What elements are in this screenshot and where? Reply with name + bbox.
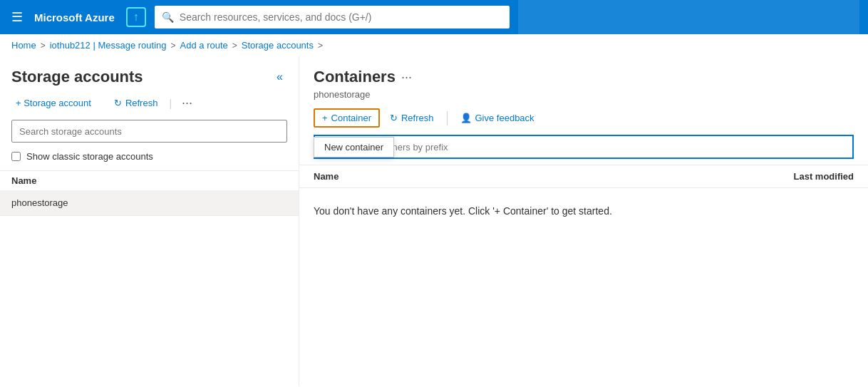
add-storage-account-button[interactable]: + Storage account xyxy=(11,95,95,111)
storage-account-item[interactable]: phonestorage xyxy=(0,190,299,216)
right-panel-title: Containers xyxy=(314,68,396,86)
toolbar-separator-2: | xyxy=(169,98,172,109)
refresh-containers-label: Refresh xyxy=(401,113,434,123)
global-search-input[interactable] xyxy=(180,11,503,23)
empty-containers-message: You don't have any containers yet. Click… xyxy=(299,188,868,234)
search-icon: 🔍 xyxy=(162,11,174,23)
give-feedback-button[interactable]: 👤 Give feedback xyxy=(456,110,539,126)
col-name-header: Name xyxy=(314,171,711,182)
col-modified-header: Last modified xyxy=(711,171,854,182)
global-search-bar: 🔍 xyxy=(155,6,510,29)
breadcrumb-sep-2: > xyxy=(171,41,176,51)
refresh-containers-button[interactable]: ↻ Refresh xyxy=(386,110,438,126)
top-navigation: ☰ Microsoft Azure ↑ 🔍 xyxy=(0,0,868,34)
right-panel: Containers ··· phonestorage + Container … xyxy=(299,56,868,386)
refresh-icon: ↻ xyxy=(114,98,122,108)
add-container-icon: + xyxy=(322,113,328,123)
left-panel: Storage accounts « + Storage account ↻ R… xyxy=(0,56,299,386)
add-container-button[interactable]: + Container xyxy=(314,108,380,128)
breadcrumb-sep-1: > xyxy=(41,41,46,51)
new-container-tooltip: New container xyxy=(314,137,394,158)
add-container-label: Container xyxy=(331,113,371,123)
feedback-label: Give feedback xyxy=(475,113,534,123)
feedback-icon: 👤 xyxy=(460,113,472,123)
hamburger-menu[interactable]: ☰ xyxy=(9,6,26,28)
classic-storage-checkbox[interactable] xyxy=(11,152,21,161)
breadcrumb-sep-4: > xyxy=(318,41,323,51)
refresh-label: Refresh xyxy=(125,98,158,108)
containers-subtitle: phonestorage xyxy=(299,89,868,105)
container-filter-input[interactable] xyxy=(336,136,852,158)
azure-portal-icon: ↑ xyxy=(126,7,146,27)
breadcrumb-add-route[interactable]: Add a route xyxy=(180,40,228,51)
toolbar-divider xyxy=(447,111,448,125)
containers-more-options[interactable]: ··· xyxy=(401,70,412,85)
breadcrumb-storage-accounts[interactable]: Storage accounts xyxy=(242,40,314,51)
more-options-button[interactable]: ··· xyxy=(179,96,195,110)
storage-account-list: phonestorage xyxy=(0,190,299,386)
collapse-button[interactable]: « xyxy=(272,69,287,85)
classic-storage-label: Show classic storage accounts xyxy=(26,151,153,162)
storage-search-input[interactable] xyxy=(11,120,287,143)
refresh-containers-icon: ↻ xyxy=(390,113,398,123)
breadcrumb-iothub[interactable]: iothub212 | Message routing xyxy=(50,40,167,51)
nav-right-area xyxy=(518,0,859,34)
storage-list-header: Name xyxy=(0,170,299,190)
left-panel-header: Storage accounts « xyxy=(0,56,299,92)
breadcrumb: Home > iothub212 | Message routing > Add… xyxy=(0,34,868,56)
right-toolbar: + Container New container ↻ Refresh 👤 Gi… xyxy=(299,105,868,135)
containers-table-header: Name Last modified xyxy=(299,165,868,188)
storage-search-wrap xyxy=(11,120,287,143)
main-layout: Storage accounts « + Storage account ↻ R… xyxy=(0,56,868,386)
breadcrumb-home[interactable]: Home xyxy=(11,40,36,51)
azure-logo: Microsoft Azure xyxy=(34,11,115,24)
right-panel-header: Containers ··· xyxy=(299,56,868,89)
left-toolbar: + Storage account ↻ Refresh | ··· xyxy=(0,92,299,120)
refresh-storage-button[interactable]: ↻ Refresh xyxy=(110,95,162,111)
container-filter-wrap: ⚗ xyxy=(314,135,854,159)
classic-storage-checkbox-row: Show classic storage accounts xyxy=(0,148,299,170)
breadcrumb-sep-3: > xyxy=(232,41,237,51)
left-panel-title: Storage accounts xyxy=(11,68,143,86)
